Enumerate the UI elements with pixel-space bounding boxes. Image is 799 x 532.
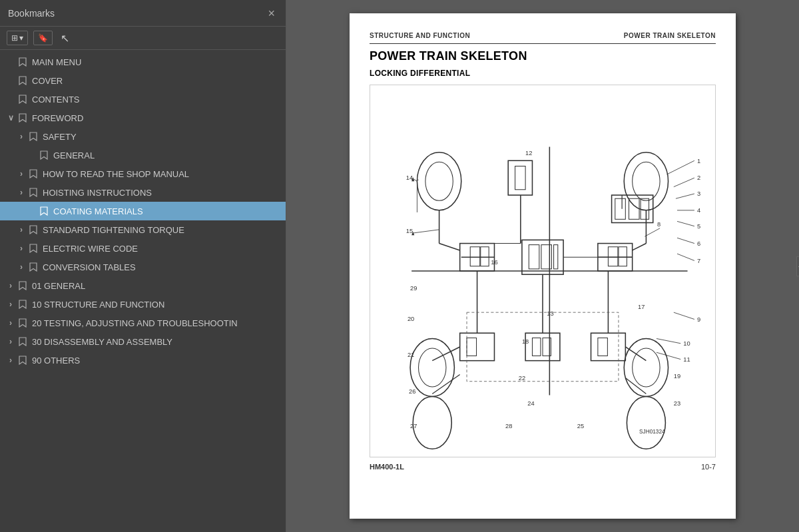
svg-point-10: [413, 397, 451, 449]
svg-text:6: 6: [697, 240, 700, 247]
svg-rect-25: [529, 245, 539, 269]
svg-text:18: 18: [522, 338, 529, 345]
bookmark-item-coating[interactable]: COATING MATERIALS: [0, 202, 286, 220]
bookmark-item-hoisting[interactable]: › HOISTING INSTRUCTIONS: [0, 183, 286, 202]
bookmark-label-how-to-read: HOW TO READ THE SHOP MANUAL: [43, 169, 280, 179]
bookmark-label-90-others: 90 OTHERS: [32, 356, 280, 366]
bookmark-item-how-to-read[interactable]: › HOW TO READ THE SHOP MANUAL: [0, 164, 286, 183]
expand-btn-90-others[interactable]: ›: [5, 356, 16, 365]
svg-text:11: 11: [683, 356, 690, 363]
cursor-indicator: ↖: [61, 32, 69, 45]
svg-text:24: 24: [527, 400, 534, 407]
svg-point-8: [624, 339, 668, 397]
svg-rect-15: [615, 198, 626, 219]
expand-btn-conversion[interactable]: ›: [16, 262, 27, 272]
svg-text:9: 9: [697, 316, 700, 323]
svg-point-7: [419, 348, 446, 387]
svg-rect-34: [598, 338, 608, 356]
bookmark-label-electric-wire: ELECTRIC WIRE CODE: [43, 244, 280, 254]
svg-rect-31: [460, 333, 495, 360]
svg-line-60: [677, 238, 694, 243]
bookmark-label-conversion: CONVERSION TABLES: [43, 262, 280, 272]
bookmarks-list: MAIN MENU COVER CONTENTS∨ FOREWORD› SAFE…: [0, 50, 286, 532]
svg-point-6: [410, 339, 454, 397]
svg-text:1: 1: [697, 158, 700, 164]
svg-rect-13: [515, 166, 526, 190]
svg-rect-14: [612, 195, 653, 222]
bookmark-label-hoisting: HOISTING INSTRUCTIONS: [43, 188, 280, 198]
bookmark-label-coating: COATING MATERIALS: [53, 206, 280, 216]
svg-text:27: 27: [410, 423, 417, 429]
bookmark-item-contents[interactable]: CONTENTS: [0, 90, 286, 109]
close-button[interactable]: ×: [265, 6, 278, 21]
bookmark-icon-foreword: [17, 113, 28, 123]
expand-btn-01-general[interactable]: ›: [5, 281, 16, 290]
expand-btn-10-structure[interactable]: ›: [5, 300, 16, 309]
bookmark-icon-01-general: [17, 281, 28, 290]
svg-line-54: [676, 194, 694, 198]
svg-rect-26: [541, 245, 552, 269]
doc-footer-page: 10-7: [701, 463, 716, 471]
bookmark-label-30-disassembly: 30 DISASSEMBLY AND ASSEMBLY: [32, 337, 280, 347]
bookmark-item-safety[interactable]: › SAFETY: [0, 127, 286, 146]
doc-header-right: POWER TRAIN SKELETON: [624, 32, 716, 39]
bookmark-label-safety: SAFETY: [43, 132, 280, 142]
bookmark-item-general[interactable]: GENERAL: [0, 146, 286, 164]
panel-collapse-arrow[interactable]: ◀: [796, 256, 799, 276]
svg-text:15: 15: [406, 228, 413, 234]
bookmark-label-general: GENERAL: [53, 150, 280, 160]
bookmark-item-01-general[interactable]: › 01 GENERAL: [0, 276, 286, 295]
bookmark-item-main-menu[interactable]: MAIN MENU: [0, 53, 286, 71]
svg-text:3: 3: [697, 190, 700, 197]
expand-btn-safety[interactable]: ›: [16, 132, 27, 141]
doc-footer-model: HM400-1L: [370, 463, 404, 471]
bookmark-label-main-menu: MAIN MENU: [32, 57, 280, 67]
svg-rect-33: [591, 333, 626, 360]
bookmark-item-foreword[interactable]: ∨ FOREWORD: [0, 109, 286, 127]
bookmark-icon-coating: [39, 206, 49, 216]
svg-text:14: 14: [406, 174, 413, 181]
expand-btn-hoisting[interactable]: ›: [16, 188, 27, 197]
svg-line-62: [677, 254, 694, 260]
svg-point-2: [417, 152, 461, 210]
bookmark-icon-standard-tightening: [28, 225, 39, 234]
bookmark-item-conversion[interactable]: › CONVERSION TABLES: [0, 258, 286, 276]
svg-rect-29: [532, 338, 540, 356]
svg-text:5: 5: [697, 223, 700, 230]
svg-rect-20: [481, 247, 489, 266]
chevron-down-icon: ▾: [19, 33, 23, 43]
svg-text:22: 22: [519, 375, 525, 382]
bookmark-item-electric-wire[interactable]: › ELECTRIC WIRE CODE: [0, 239, 286, 258]
bookmark-icon-30-disassembly: [17, 337, 28, 346]
bookmark-button[interactable]: 🔖: [33, 31, 53, 45]
bookmark-item-20-testing[interactable]: › 20 TESTING, ADJUSTING AND TROUBLESHOOT…: [0, 314, 286, 332]
svg-text:SJH01324: SJH01324: [639, 429, 665, 435]
expand-collapse-button[interactable]: ⊞ ▾: [7, 31, 28, 45]
svg-rect-23: [619, 247, 627, 266]
svg-line-50: [666, 160, 694, 174]
bookmark-label-contents: CONTENTS: [32, 95, 280, 105]
bookmark-item-standard-tightening[interactable]: › STANDARD TIGHTENING TORQUE: [0, 220, 286, 239]
bookmark-item-30-disassembly[interactable]: › 30 DISASSEMBLY AND ASSEMBLY: [0, 332, 286, 351]
expand-btn-30-disassembly[interactable]: ›: [5, 337, 16, 346]
bookmark-item-cover[interactable]: COVER: [0, 71, 286, 90]
doc-title: POWER TRAIN SKELETON: [370, 49, 716, 63]
bookmark-icon: 🔖: [38, 33, 48, 43]
svg-text:19: 19: [674, 373, 680, 380]
expand-btn-standard-tightening[interactable]: ›: [16, 225, 27, 234]
svg-line-58: [677, 221, 694, 226]
expand-btn-foreword[interactable]: ∨: [5, 113, 16, 123]
expand-btn-electric-wire[interactable]: ›: [16, 244, 27, 253]
doc-header: STRUCTURE AND FUNCTION POWER TRAIN SKELE…: [370, 32, 716, 44]
expand-btn-how-to-read[interactable]: ›: [16, 169, 27, 178]
doc-diagram: 1 2 3 4 5 6: [370, 85, 716, 457]
bookmarks-header: Bookmarks ×: [0, 0, 286, 27]
svg-text:4: 4: [697, 207, 700, 214]
bookmark-label-standard-tightening: STANDARD TIGHTENING TORQUE: [43, 225, 280, 235]
svg-rect-19: [470, 247, 480, 266]
bookmark-item-90-others[interactable]: › 90 OTHERS: [0, 351, 286, 370]
bookmark-item-10-structure[interactable]: › 10 STRUCTURE AND FUNCTION: [0, 295, 286, 314]
expand-btn-20-testing[interactable]: ›: [5, 318, 16, 328]
bookmark-icon-conversion: [28, 262, 39, 272]
expand-icon: ⊞: [11, 33, 18, 43]
